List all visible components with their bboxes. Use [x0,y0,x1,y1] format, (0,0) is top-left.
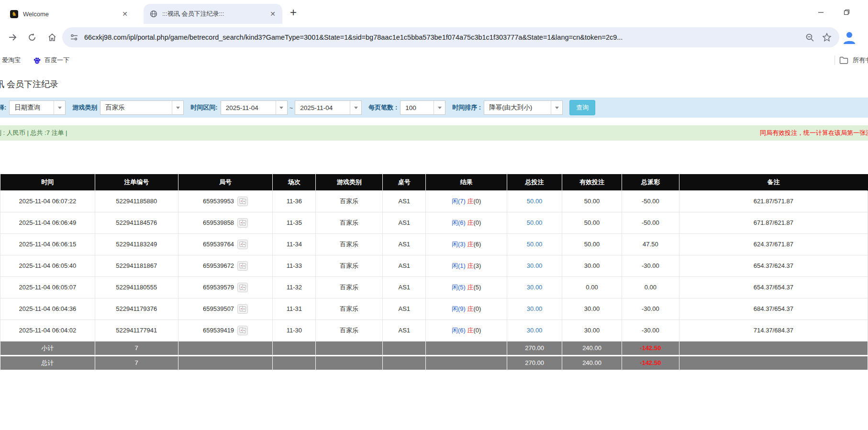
globe-icon [149,10,157,18]
cell-total-bet: 30.00 [507,320,562,341]
profile-avatar[interactable] [842,30,857,44]
bookmark-label: 百度一下 [45,56,69,65]
date-from-select[interactable]: 2025-11-04 [221,100,288,115]
col-game-type: 游戏类别 [316,174,383,190]
chevron-down-icon [434,101,445,114]
col-valid-bet: 有效投注 [562,174,622,190]
total-bet-link[interactable]: 30.00 [527,305,543,312]
footer-payout: -142.50 [622,355,679,370]
game-category-select[interactable]: 百家乐 [100,100,184,115]
cell-total-bet: 50.00 [507,212,562,233]
zoom-icon[interactable] [805,33,814,42]
cell-total-bet: 50.00 [507,190,562,212]
all-bookmarks-folder[interactable]: 所有书签 [835,51,868,70]
total-bet-link[interactable]: 30.00 [527,327,543,334]
game-category-label: 游戏类别 [72,103,97,112]
tab-welcome[interactable]: ♞ Welcome ✕ [4,4,134,24]
cell-remark: 621.87/571.87 [679,190,868,212]
footer-empty [679,355,868,370]
footer-empty [426,341,507,355]
new-tab-button[interactable]: + [290,6,297,19]
cell-remark: 671.87/621.87 [679,212,868,233]
page-size-select[interactable]: 100 [400,100,445,115]
footer-label: 总计 [0,355,95,370]
cell-result: 闲(9) 庄(0) [426,298,507,320]
col-round: 局号 [178,174,273,190]
bookmark-star-icon[interactable] [822,33,832,42]
total-bet-link[interactable]: 30.00 [527,284,543,291]
cell-payout: -50.00 [622,190,679,212]
restore-icon[interactable] [840,6,853,18]
home-icon[interactable] [46,31,58,44]
svg-text:du: du [35,60,38,63]
query-type-select[interactable]: 日期查询 [9,100,66,115]
cell-bet-id: 522941184576 [95,212,178,233]
cards-icon[interactable] [237,218,248,228]
footer-empty [679,341,868,355]
cell-round: 659539507 [178,298,273,320]
result-player: 闲(1) [452,262,466,269]
url-bar[interactable]: 66cxkj98.com/ipl/portal.php/game/betreco… [62,27,839,47]
reload-icon[interactable] [26,31,38,44]
footer-empty [383,355,426,370]
cell-bet-id: 522941183249 [95,233,178,255]
cell-payout: 47.50 [622,233,679,255]
cell-total-bet: 30.00 [507,255,562,276]
cell-session: 11-35 [273,212,316,233]
col-table: 桌号 [383,174,426,190]
footer-label: 小计 [0,341,95,355]
cell-round: 659539764 [178,233,273,255]
minimize-icon[interactable] [814,6,827,18]
cards-icon[interactable] [237,283,248,292]
cell-table-no: AS1 [383,276,426,298]
total-bet-link[interactable]: 30.00 [527,262,543,269]
result-banker-num: (5) [474,284,481,291]
cards-icon[interactable] [237,326,248,335]
total-bet-link[interactable]: 50.00 [527,219,543,226]
footer-empty [316,341,383,355]
bookmark-aitaobao[interactable]: 爱淘宝 [2,56,21,65]
search-button[interactable]: 查询 [569,100,595,115]
summary-bar: 别 : 人民币 | 总共 :7 注单 | 同局有效投注，统一计算在该局第一张注 [0,125,868,141]
result-banker: 庄 [467,198,474,205]
cards-icon[interactable] [237,304,248,314]
cell-table-no: AS1 [383,320,426,341]
close-icon[interactable]: ✕ [121,10,129,18]
total-bet-link[interactable]: 50.00 [527,198,543,205]
cell-bet-id: 522941179376 [95,298,178,320]
bookmark-baidu[interactable]: du 百度一下 [33,56,69,65]
round-number: 659539507 [203,305,234,312]
cell-session: 11-30 [273,320,316,341]
cell-valid-bet: 50.00 [562,190,622,212]
sort-order-select[interactable]: 降幂(由大到小) [484,100,563,115]
gold-emblem-icon: ♞ [10,10,18,18]
forward-icon[interactable] [7,31,19,44]
total-bet-link[interactable]: 50.00 [527,241,543,248]
site-settings-icon[interactable] [70,33,78,42]
cards-icon[interactable] [237,240,248,249]
cell-round: 659539419 [178,320,273,341]
url-text[interactable]: 66cxkj98.com/ipl/portal.php/game/betreco… [84,33,798,41]
result-banker-num: (0) [474,219,481,226]
browser-tab-strip: ♞ Welcome ✕ :::视讯 会员下注纪录::: ✕ + ✕ [0,0,868,24]
folder-icon [839,56,848,64]
cards-icon[interactable] [237,197,248,206]
result-banker: 庄 [467,327,474,334]
tab-bet-records[interactable]: :::视讯 会员下注纪录::: ✕ [144,4,282,24]
close-icon[interactable]: ✕ [269,10,277,18]
round-number: 659539419 [203,327,234,334]
cell-time: 2025-11-04 06:06:49 [0,212,95,233]
col-result: 结果 [426,174,507,190]
cell-time: 2025-11-04 06:04:02 [0,320,95,341]
chevron-down-icon [54,101,65,114]
table-row: 2025-11-04 06:05:07522941180555659539579… [0,276,868,298]
cell-bet-id: 522941180555 [95,276,178,298]
sort-order-label: 时间排序 : [452,103,481,112]
cell-table-no: AS1 [383,255,426,276]
cell-time: 2025-11-04 06:05:40 [0,255,95,276]
date-to-select[interactable]: 2025-11-04 [295,100,362,115]
result-banker: 庄 [467,305,474,312]
close-window-icon[interactable]: ✕ [866,6,868,18]
date-from-value: 2025-11-04 [226,104,258,111]
cards-icon[interactable] [237,261,248,271]
